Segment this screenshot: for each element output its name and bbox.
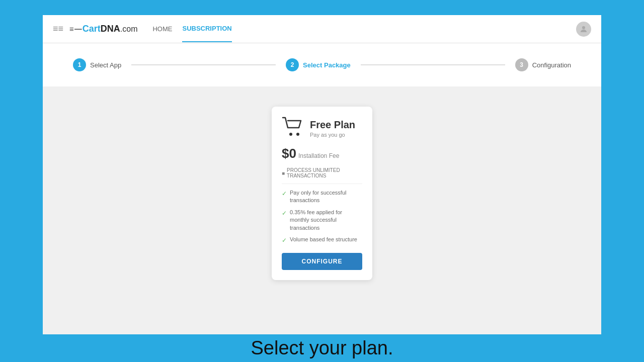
step-2-circle: 2 — [286, 58, 299, 71]
nav-home[interactable]: HOME — [152, 16, 172, 42]
navbar-nav: HOME SUBSCRIPTION — [152, 16, 231, 42]
plan-title: Free Plan — [310, 119, 355, 131]
cart-icon — [282, 117, 304, 140]
plan-price-row: $0 Installation Fee — [282, 146, 362, 161]
bottom-caption: Select your plan. — [0, 334, 644, 362]
logo-prefix: ≡⸻ — [69, 25, 82, 33]
navbar: ≡≡ ≡⸻ CartDNA.com HOME SUBSCRIPTION — [43, 15, 601, 43]
svg-point-1 — [289, 133, 292, 136]
step-connector-1 — [131, 64, 276, 65]
feature-1: ✓ Pay only for successful transactions — [282, 189, 362, 205]
feature-3-text: Volume based fee structure — [290, 236, 357, 243]
bottom-caption-text: Select your plan. — [251, 337, 393, 359]
logo-brand: CartDNA.com — [83, 24, 138, 34]
content-area: Free Plan Pay as you go $0 Installation … — [43, 86, 601, 337]
step-connector-2 — [361, 64, 505, 65]
feature-3: ✓ Volume based fee structure — [282, 236, 362, 245]
step-3-circle: 3 — [515, 58, 528, 71]
plan-subtitle: Pay as you go — [310, 132, 355, 138]
plan-title-block: Free Plan Pay as you go — [310, 119, 355, 138]
main-wrapper: ≡≡ ≡⸻ CartDNA.com HOME SUBSCRIPTION 1 Se… — [43, 15, 601, 334]
badge-icon: ■ — [282, 170, 285, 176]
step-1-circle: 1 — [73, 58, 86, 71]
avatar[interactable] — [576, 22, 591, 37]
step-1: 1 Select App — [73, 58, 121, 71]
plan-features: ✓ Pay only for successful transactions ✓… — [282, 189, 362, 245]
step-3-label: Configuration — [532, 61, 571, 69]
plan-card: Free Plan Pay as you go $0 Installation … — [272, 107, 372, 280]
check-icon-3: ✓ — [282, 236, 287, 245]
nav-subscription[interactable]: SUBSCRIPTION — [182, 16, 231, 42]
check-icon-2: ✓ — [282, 209, 287, 218]
plan-header: Free Plan Pay as you go — [282, 117, 362, 140]
plan-badge: ■ PROCESS UNLIMITED TRANSACTIONS — [282, 167, 362, 184]
svg-point-2 — [296, 133, 299, 136]
logo-domain: .com — [120, 25, 138, 33]
step-3: 3 Configuration — [515, 58, 571, 71]
configure-button[interactable]: CONFIGURE — [282, 253, 362, 270]
navbar-logo: ≡⸻ CartDNA.com — [69, 24, 137, 34]
plan-price: $0 — [282, 146, 296, 161]
svg-point-0 — [582, 26, 585, 29]
step-1-label: Select App — [90, 61, 121, 69]
feature-2: ✓ 0.35% fee applied for monthly successf… — [282, 209, 362, 232]
step-2: 2 Select Package — [286, 58, 351, 71]
feature-2-text: 0.35% fee applied for monthly successful… — [290, 209, 362, 232]
check-icon-1: ✓ — [282, 190, 287, 198]
grid-icon: ≡≡ — [53, 24, 63, 34]
badge-text: PROCESS UNLIMITED TRANSACTIONS — [287, 167, 362, 178]
step-indicator: 1 Select App 2 Select Package 3 Configur… — [43, 43, 601, 86]
plan-price-label: Installation Fee — [298, 152, 339, 159]
feature-1-text: Pay only for successful transactions — [290, 189, 362, 205]
step-2-label: Select Package — [303, 61, 351, 69]
